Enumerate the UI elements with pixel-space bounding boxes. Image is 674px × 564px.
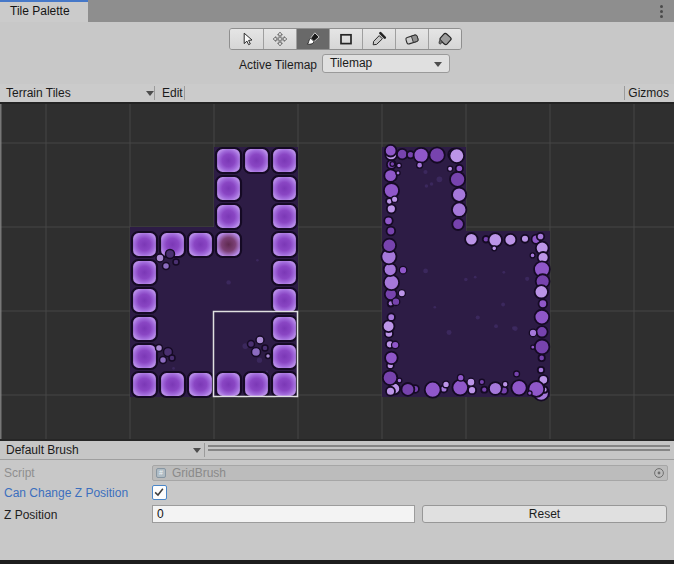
tool-box-fill-button[interactable] (329, 29, 362, 49)
tab-tile-palette[interactable]: Tile Palette (0, 0, 88, 22)
eraser-icon (404, 31, 420, 47)
object-picker-icon[interactable] (653, 467, 665, 479)
checkmark-icon (153, 486, 165, 498)
palette-header: Terrain Tiles Edit Gizmos (0, 84, 674, 104)
tile-palette-window: Tile Palette Active Tilemap Tilemap Terr… (0, 0, 674, 564)
canvas-area (0, 104, 674, 439)
tool-eraser-button[interactable] (395, 29, 428, 49)
toolbar: Active Tilemap Tilemap (0, 22, 674, 84)
tool-group (229, 28, 462, 50)
window-bottom-border (0, 560, 674, 564)
brush-bar: Default Brush (0, 441, 674, 460)
can-change-z-checkbox[interactable] (152, 485, 167, 500)
z-position-input[interactable] (152, 505, 415, 523)
script-value: GridBrush (172, 466, 226, 480)
kebab-menu-icon[interactable] (654, 3, 668, 19)
active-tilemap-label: Active Tilemap (239, 57, 317, 73)
tile-palette-canvas[interactable] (0, 104, 674, 439)
z-position-label: Z Position (4, 507, 57, 523)
palette-dropdown[interactable]: Terrain Tiles (0, 84, 153, 102)
reset-button[interactable]: Reset (422, 505, 667, 523)
brush-dropdown-value: Default Brush (6, 443, 79, 457)
script-icon: # (156, 468, 166, 478)
chevron-down-icon (434, 62, 442, 67)
chevron-down-icon (146, 91, 154, 96)
flood-fill-icon (437, 31, 453, 47)
separator (154, 86, 155, 100)
brush-inspector: Script # GridBrush Can Change Z Position… (0, 461, 674, 560)
can-change-z-label: Can Change Z Position (4, 485, 128, 501)
script-label: Script (4, 465, 35, 481)
separator (624, 86, 625, 100)
tab-strip: Tile Palette (0, 0, 674, 22)
edit-button[interactable]: Edit (158, 84, 187, 102)
active-tilemap-dropdown[interactable]: Tilemap (322, 54, 450, 73)
brush-dropdown[interactable]: Default Brush (0, 441, 204, 459)
tool-move-button[interactable] (263, 29, 296, 49)
separator (204, 443, 205, 457)
separator (184, 86, 185, 100)
move-icon (272, 31, 288, 47)
tile-picker-icon (371, 31, 387, 47)
gizmos-button[interactable]: Gizmos (628, 84, 669, 102)
window-title: Tile Palette (10, 4, 70, 18)
tool-tile-picker-button[interactable] (362, 29, 395, 49)
tool-flood-fill-button[interactable] (428, 29, 461, 49)
select-icon (239, 31, 255, 47)
horizontal-scrollbar[interactable] (208, 441, 670, 459)
script-object-field[interactable]: # GridBrush (152, 465, 668, 481)
palette-dropdown-value: Terrain Tiles (6, 86, 71, 100)
tool-select-button[interactable] (230, 29, 263, 49)
paint-brush-icon (305, 31, 321, 47)
box-fill-icon (338, 31, 354, 47)
chevron-down-icon (193, 448, 201, 453)
active-tilemap-value: Tilemap (330, 56, 372, 70)
tool-paint-brush-button[interactable] (296, 29, 329, 49)
